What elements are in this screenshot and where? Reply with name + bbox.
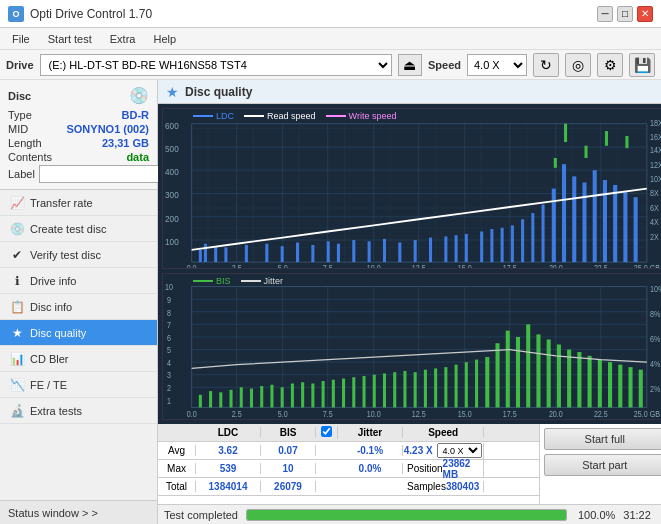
svg-rect-58 [554,158,557,168]
main-layout: Disc 💿 Type BD-R MID SONYNO1 (002) Lengt… [0,80,661,524]
svg-text:20.0: 20.0 [549,410,563,419]
sidebar-item-create-test-disc[interactable]: 💿 Create test disc [0,216,157,242]
menu-help[interactable]: Help [145,31,184,47]
svg-text:8X: 8X [650,188,659,198]
cd-bler-icon: 📊 [10,352,24,366]
settings-button[interactable]: ⚙ [597,53,623,77]
svg-rect-53 [593,170,597,262]
sidebar-item-cd-bler[interactable]: 📊 CD Bler [0,346,157,372]
transfer-rate-icon: 📈 [10,196,24,210]
svg-rect-45 [511,225,514,262]
disc-section-title: Disc [8,90,31,102]
verify-test-disc-icon: ✔ [10,248,24,262]
jitter-checkbox[interactable] [321,426,332,437]
menu-file[interactable]: File [4,31,38,47]
refresh-button[interactable]: ↻ [533,53,559,77]
sidebar-item-label: Create test disc [30,223,106,235]
avg-label: Avg [158,445,196,456]
status-window-button[interactable]: Status window > > [0,500,157,524]
write-speed-legend-label: Write speed [349,111,397,121]
ldc-legend-label: LDC [216,111,234,121]
svg-rect-47 [531,213,534,262]
svg-rect-126 [352,377,355,407]
samples-row: Samples 380403 [403,481,484,492]
svg-text:300: 300 [165,190,179,201]
sidebar-item-disc-quality[interactable]: ★ Disc quality [0,320,157,346]
status-window-label: Status window > > [8,507,98,519]
svg-text:8: 8 [167,308,171,318]
position-label: Position [407,463,443,474]
svg-rect-60 [584,146,587,158]
stats-col-ldc: LDC [196,427,261,438]
svg-rect-32 [337,244,340,262]
sidebar-item-transfer-rate[interactable]: 📈 Transfer rate [0,190,157,216]
contents-label: Contents [8,151,52,163]
close-button[interactable]: ✕ [637,6,653,22]
svg-rect-136 [455,365,458,408]
sidebar-item-drive-info[interactable]: ℹ Drive info [0,268,157,294]
drive-select[interactable]: (E:) HL-DT-ST BD-RE WH16NS58 TST4 [40,54,392,76]
svg-rect-152 [618,365,622,408]
sidebar-item-label: Transfer rate [30,197,93,209]
svg-rect-139 [485,357,489,407]
fe-te-icon: 📉 [10,378,24,392]
read-speed-legend-label: Read speed [267,111,316,121]
label-input[interactable] [39,165,172,183]
title-bar-left: O Opti Drive Control 1.70 [8,6,152,22]
maximize-button[interactable]: □ [617,6,633,22]
svg-text:17.5: 17.5 [503,263,517,268]
svg-rect-138 [475,360,478,408]
svg-text:7: 7 [167,321,171,331]
sidebar-item-label: Extra tests [30,405,82,417]
svg-text:2: 2 [167,384,171,394]
charts-area: LDC Read speed Write speed [158,104,661,424]
stats-col-checkbox[interactable] [316,426,338,439]
write-speed-legend-item: Write speed [326,111,397,121]
avg-speed-select[interactable]: 4.0 X [437,443,482,458]
svg-text:18X: 18X [650,119,661,129]
svg-rect-26 [245,245,248,262]
sidebar-item-disc-info[interactable]: 📋 Disc info [0,294,157,320]
svg-rect-51 [572,176,576,262]
eject-button[interactable]: ⏏ [398,54,422,76]
svg-rect-35 [383,239,386,262]
svg-rect-137 [465,362,468,407]
svg-text:25.0 GB: 25.0 GB [634,410,660,419]
svg-rect-57 [634,197,638,262]
contents-value: data [126,151,149,163]
svg-rect-124 [332,380,335,408]
start-part-button[interactable]: Start part [544,454,661,476]
menu-extra[interactable]: Extra [102,31,144,47]
total-bis: 26079 [261,481,316,492]
svg-rect-134 [434,369,437,408]
svg-text:100: 100 [165,236,179,247]
svg-text:10.0: 10.0 [367,263,381,268]
speed-select[interactable]: 4.0 X 8.0 X [467,54,527,76]
disc-panel: Disc 💿 Type BD-R MID SONYNO1 (002) Lengt… [0,80,157,190]
svg-rect-25 [224,247,227,262]
sidebar-item-label: CD Bler [30,353,69,365]
menu-start-test[interactable]: Start test [40,31,100,47]
stats-col-bis: BIS [261,427,316,438]
disc-info-icon: 📋 [10,300,24,314]
svg-text:10: 10 [165,283,173,293]
samples-label: Samples [407,481,446,492]
bottom-bar: Test completed 100.0% 31:22 [158,504,661,524]
stats-bottom: LDC BIS Jitter Speed Avg 3.62 0.07 -0.1% [158,424,661,504]
start-full-button[interactable]: Start full [544,428,661,450]
svg-rect-40 [455,235,458,262]
svg-rect-111 [199,395,202,408]
svg-text:7.5: 7.5 [323,263,333,268]
sidebar-item-verify-test-disc[interactable]: ✔ Verify test disc [0,242,157,268]
content-header-title: Disc quality [185,85,252,99]
ldc-chart: LDC Read speed Write speed [162,108,661,269]
svg-rect-24 [214,246,217,262]
avg-speed-val: 4.23 X [404,445,433,456]
burn-button[interactable]: ◎ [565,53,591,77]
sidebar-item-extra-tests[interactable]: 🔬 Extra tests [0,398,157,424]
sidebar-item-fe-te[interactable]: 📉 FE / TE [0,372,157,398]
disc-icon: 💿 [129,86,149,105]
minimize-button[interactable]: ─ [597,6,613,22]
menu-bar: File Start test Extra Help [0,28,661,50]
save-button[interactable]: 💾 [629,53,655,77]
